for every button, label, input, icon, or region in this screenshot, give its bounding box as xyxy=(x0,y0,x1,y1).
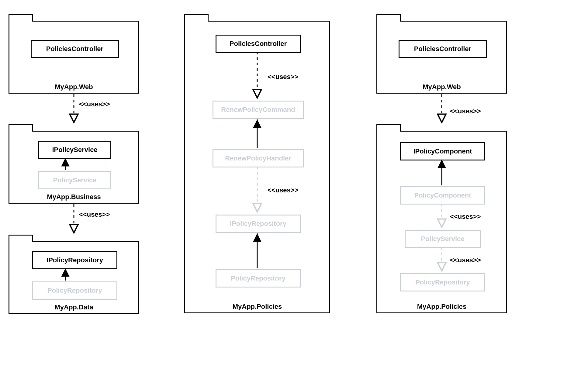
uses-label: <<uses>> xyxy=(268,186,299,194)
class-policies-controller: PoliciesController xyxy=(216,35,301,53)
interface-ipolicy-repository: IPolicyRepository xyxy=(216,215,301,233)
package-myapp-policies-col2: PoliciesController RenewPolicyCommand Re… xyxy=(184,21,330,313)
package-tab-icon xyxy=(376,124,401,132)
package-tab-icon xyxy=(9,14,33,22)
uses-label: <<uses>> xyxy=(268,73,299,81)
package-label: MyApp.Web xyxy=(423,83,461,91)
package-label: MyApp.Business xyxy=(47,193,101,201)
package-tab-icon xyxy=(9,235,33,242)
package-myapp-business: IPolicyService PolicyService MyApp.Busin… xyxy=(9,131,139,204)
class-policies-controller: PoliciesController xyxy=(31,40,119,58)
diagram-canvas: PoliciesController MyApp.Web <<uses>> IP… xyxy=(0,0,588,379)
class-renew-policy-command: RenewPolicyCommand xyxy=(213,101,304,119)
uses-label: <<uses>> xyxy=(450,256,481,264)
interface-ipolicy-service: IPolicyService xyxy=(38,141,111,159)
interface-ipolicy-repository: IPolicyRepository xyxy=(32,251,117,269)
uses-label: <<uses>> xyxy=(450,213,481,221)
class-policies-controller: PoliciesController xyxy=(399,40,487,58)
class-policy-component: PolicyComponent xyxy=(400,186,485,205)
class-policy-service: PolicyService xyxy=(38,171,111,189)
package-myapp-data: IPolicyRepository PolicyRepository MyApp… xyxy=(9,241,139,314)
uses-label: <<uses>> xyxy=(79,211,110,219)
uses-label: <<uses>> xyxy=(450,107,481,115)
package-label: MyApp.Policies xyxy=(233,303,282,311)
interface-ipolicy-component: IPolicyComponent xyxy=(400,142,485,160)
package-label: MyApp.Data xyxy=(54,303,93,311)
package-myapp-policies-col3: IPolicyComponent PolicyComponent PolicyS… xyxy=(376,131,507,313)
package-label: MyApp.Web xyxy=(55,83,93,91)
class-policy-repository: PolicyRepository xyxy=(32,281,117,300)
uses-label: <<uses>> xyxy=(79,100,110,108)
package-tab-icon xyxy=(9,124,33,132)
class-policy-service: PolicyService xyxy=(405,230,481,248)
package-myapp-web-col1: PoliciesController MyApp.Web xyxy=(9,21,139,94)
class-renew-policy-handler: RenewPolicyHandler xyxy=(213,149,304,167)
package-tab-icon xyxy=(184,14,209,22)
package-label: MyApp.Policies xyxy=(417,303,467,311)
class-policy-repository: PolicyRepository xyxy=(400,273,485,291)
package-tab-icon xyxy=(376,14,401,22)
package-myapp-web-col3: PoliciesController MyApp.Web xyxy=(376,21,507,94)
class-policy-repository: PolicyRepository xyxy=(216,269,301,288)
